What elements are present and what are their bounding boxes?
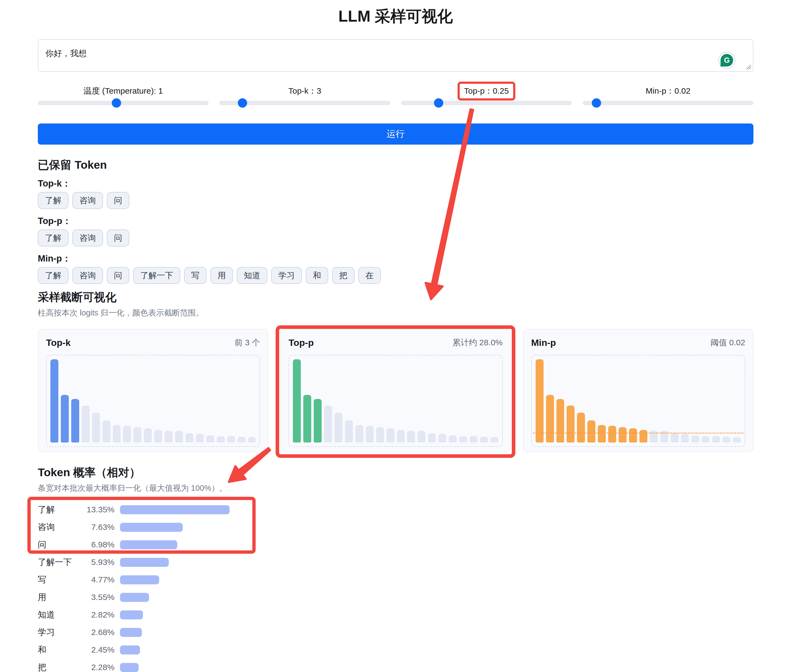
token-prob-label: 把: [38, 662, 79, 672]
chart-bar: [113, 425, 121, 443]
token-chip: 用: [210, 267, 233, 284]
token-prob-label: 了解: [38, 504, 79, 515]
token-prob-percent: 2.28%: [79, 663, 114, 672]
kept-group-label: Top-p：: [38, 216, 754, 226]
token-prob-bar: [120, 505, 229, 514]
resize-handle-icon[interactable]: [745, 63, 752, 70]
chart-bar: [82, 406, 90, 443]
chart-bar: [608, 426, 616, 443]
token-prob-row: 咨询7.63%: [38, 518, 754, 536]
chart-bar: [123, 426, 131, 443]
chart-bar: [556, 399, 564, 443]
token-chip: 和: [306, 267, 328, 284]
token-prob-percent: 2.45%: [79, 645, 114, 654]
kept-chip-row: 了解咨询问: [38, 192, 754, 209]
chart-bar: [491, 437, 499, 443]
slider-thumb[interactable]: [592, 98, 601, 107]
run-button[interactable]: 运行: [38, 123, 754, 145]
token-prob-label: 写: [38, 574, 79, 586]
kept-tokens-heading: 已保留 Token: [38, 158, 754, 171]
kept-groups: Top-k：了解咨询问Top-p：了解咨询问Min-p：了解咨询问了解一下写用知…: [38, 178, 754, 284]
chart-bar: [206, 435, 214, 443]
slider-track[interactable]: [583, 101, 754, 105]
chart-card-header: Top-p累计约 28.0%: [289, 337, 502, 348]
token-prob-bar: [120, 593, 149, 602]
chart-card-min-p: Min-p阈值 0.02: [523, 329, 754, 452]
chart-bar: [175, 431, 183, 443]
chart-bar: [438, 434, 446, 443]
chart-bar: [366, 426, 374, 443]
chart-bar: [144, 428, 152, 443]
chart-bar: [293, 359, 301, 443]
token-prob-percent: 2.82%: [79, 610, 114, 619]
slider-thumb[interactable]: [434, 98, 443, 107]
prompt-textarea[interactable]: 你好，我想 G: [38, 39, 754, 72]
token-chip: 问: [107, 267, 129, 284]
token-prob-row: 学习2.68%: [38, 624, 754, 641]
slider-track[interactable]: [38, 101, 208, 105]
kept-chip-row: 了解咨询问: [38, 229, 754, 246]
chart-bars: [50, 359, 256, 443]
token-chip: 咨询: [72, 267, 103, 284]
chart-bar: [535, 359, 543, 443]
truncation-subtitle: 柱高按本次 logits 归一化，颜色表示截断范围。: [38, 308, 754, 317]
chart-bar: [712, 436, 720, 443]
grammarly-icon[interactable]: G: [718, 52, 735, 69]
slider-thumb[interactable]: [112, 98, 121, 107]
kept-group-label: Min-p：: [38, 253, 754, 264]
token-chip: 了解一下: [133, 267, 180, 284]
token-prob-label: 咨询: [38, 522, 79, 533]
chart-bar: [248, 437, 256, 443]
chart-bar: [61, 395, 69, 443]
token-prob-percent: 4.77%: [79, 575, 114, 584]
token-chip: 问: [107, 229, 129, 246]
kept-chip-row: 了解咨询问了解一下写用知道学习和把在: [38, 267, 754, 284]
token-prob-percent: 13.35%: [79, 505, 114, 514]
slider-thumb[interactable]: [238, 98, 247, 107]
chart-card-badge: 前 3 个: [234, 337, 260, 348]
token-prob-list: 了解13.35%咨询7.63%问6.98%了解一下5.93%写4.77%用3.5…: [38, 501, 754, 672]
annotation-box-top-p-label: Top-p：0.25: [457, 82, 515, 101]
chart-bar: [154, 430, 162, 443]
token-prob-bar: [120, 523, 183, 532]
token-prob-row: 了解13.35%: [38, 501, 754, 518]
slider-track[interactable]: [401, 101, 572, 105]
chart-bar: [428, 433, 436, 443]
token-prob-percent: 5.93%: [79, 558, 114, 567]
token-chip: 咨询: [72, 192, 103, 209]
chart-bar: [237, 437, 245, 443]
chart-bar: [386, 428, 394, 443]
chart-bar: [577, 413, 585, 443]
token-prob-percent: 7.63%: [79, 523, 114, 532]
token-prob-label: 了解一下: [38, 557, 79, 568]
slider-label-wrap: Top-k：3: [220, 85, 390, 96]
chart-bar: [418, 431, 425, 443]
slider-track[interactable]: [220, 101, 390, 105]
token-prob-label: 知道: [38, 609, 79, 621]
chart-bar: [640, 430, 648, 443]
token-chip: 在: [358, 267, 381, 284]
truncation-heading: 采样截断可视化: [38, 291, 754, 304]
chart-bar: [587, 420, 595, 443]
slider-label: Min-p：0.02: [646, 86, 690, 95]
chart-card-header: Min-p阈值 0.02: [531, 337, 745, 348]
chart-bar: [376, 427, 384, 443]
token-chip: 写: [184, 267, 207, 284]
token-prob-row: 问6.98%: [38, 536, 754, 554]
sliders-row: 温度 (Temperature): 1Top-k：3Top-p：0.25Min-…: [38, 85, 754, 105]
chart-bar: [449, 435, 457, 443]
token-prob-bar: [120, 540, 177, 549]
token-prob-bar: [120, 645, 140, 654]
page: LLM 采样可视化 你好，我想 G 温度 (Temperature): 1Top…: [0, 0, 800, 672]
chart-bar: [50, 359, 58, 443]
token-chip: 了解: [38, 192, 69, 209]
chart-bar: [629, 428, 637, 443]
chart-bar: [196, 434, 204, 443]
chart-card-top-p: Top-p累计约 28.0%: [280, 329, 511, 452]
token-chip: 了解: [38, 267, 69, 284]
chart-bar: [103, 420, 111, 443]
chart-bar: [671, 433, 679, 443]
token-prob-row: 和2.45%: [38, 641, 754, 659]
kept-group-label: Top-k：: [38, 178, 754, 189]
token-prob-label: 问: [38, 539, 79, 550]
